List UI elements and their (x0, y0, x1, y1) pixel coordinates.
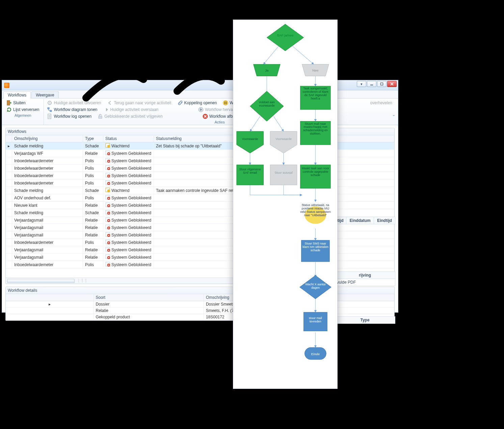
svg-rect-50 (108, 213, 109, 213)
col-soort[interactable]: Soort (94, 294, 204, 301)
ribbon-label: Lijst verversen (13, 107, 39, 112)
node-voorwaarde-right[interactable]: Voorwaarde (270, 131, 297, 153)
node-stuur-sms[interactable]: Stuur SMS naar klant ivm uitbetalen scha… (301, 240, 329, 262)
status-icon (105, 247, 110, 253)
cell-omschrijving: Verjaardagsmail (12, 231, 83, 239)
cell-status: !Wachtend (103, 142, 154, 150)
cell-status: Systeem Geblokkeerd (103, 165, 154, 172)
side-col-eindtijd: Eindtijd (374, 217, 395, 224)
tab-workflows[interactable]: Workflows (3, 91, 31, 98)
ribbon-button-terug-naar-vorige[interactable]: Terug gaan naar vorige activiteit (106, 100, 172, 106)
diagram-icon (47, 107, 52, 112)
node-stuur-autosaf[interactable]: Stuur autosaf (270, 165, 297, 185)
node-wacht-x[interactable]: Wacht X aantal dagen (300, 276, 331, 299)
scrollbar-thumb[interactable] (7, 279, 75, 283)
row-indicator (6, 224, 12, 231)
window-minimize-button[interactable] (367, 81, 376, 87)
cell-omschrijving: Inboedelwaardemeter (12, 179, 83, 187)
tab-weergave[interactable]: Weergave (31, 91, 58, 98)
cell-soort: Relatie (94, 308, 204, 314)
status-icon (105, 195, 110, 201)
refresh-icon (6, 107, 12, 112)
ribbon-label: Workflow log openen (54, 114, 91, 119)
gear-play-icon (47, 100, 52, 106)
document-icon (47, 114, 52, 119)
skip-icon (104, 107, 109, 112)
ribbon-button-huidige-activiteit-uitvoeren[interactable]: Huidige activiteit uitvoeren (46, 100, 102, 106)
node-ja[interactable]: Ja (254, 64, 280, 76)
ribbon-label: Geblokkeerde activiteit vrijgeven (104, 114, 163, 119)
svg-marker-82 (270, 131, 297, 153)
cell-type: Relatie (83, 254, 103, 261)
status-icon (105, 202, 110, 208)
svg-marker-72 (267, 24, 303, 51)
ribbon-label: Huidige activiteit uitvoeren (54, 101, 101, 105)
node-voldoet[interactable]: Voldoet aan voorwaarde (250, 91, 284, 121)
cell-status: Systeem Geblokkeerd (103, 202, 154, 209)
app-window: ▾ Workflows Weergave (2, 80, 398, 313)
window-close-button[interactable] (387, 81, 397, 87)
status-icon (105, 165, 110, 171)
svg-point-7 (223, 101, 228, 105)
node-einde[interactable]: Einde (305, 347, 326, 360)
svg-text:SAF ja/nee: SAF ja/nee (277, 33, 294, 37)
node-stuurt-mail[interactable]: Stuurt mail naar maatschappij met schade… (300, 121, 330, 145)
node-nee[interactable]: Nee (302, 64, 329, 76)
node-maakt-taak[interactable]: Maakt taak aan voor controle opgepakte s… (300, 165, 330, 189)
cell-status: Systeem Geblokkeerd (103, 239, 154, 246)
cell-omschrijving: Inboedelwaardemeter (12, 165, 83, 172)
col-type[interactable]: Type (83, 135, 103, 142)
node-stuur-mail-tevreden[interactable]: stuur mail tevreden (304, 312, 327, 331)
ribbon-group-algemeen: Sluiten Lijst verversen Algemeen (3, 99, 44, 125)
side-table-rijving: rijving vulde PDF (335, 271, 395, 286)
svg-rect-29 (108, 161, 109, 162)
ribbon-button-sluiten[interactable]: Sluiten (5, 100, 27, 106)
svg-point-6 (49, 103, 50, 104)
cell-status: Systeem Geblokkeerd (103, 254, 154, 261)
node-saf-janee[interactable]: SAF ja/nee (267, 24, 303, 51)
cell-type: Polis (83, 172, 103, 179)
side-col-einddatum: Einddatum (346, 217, 374, 224)
status-icon: ! (105, 143, 110, 149)
ribbon-button-overhevelen[interactable]: overhevelen (369, 100, 393, 106)
cell-omschrijving: Schade melding (12, 209, 83, 217)
node-algemene-saf[interactable]: Stuur Algemene SAF email (237, 165, 263, 185)
workflow-diagram-panel: SAF ja/nee Ja Nee Voldoet aan voorwaarde… (233, 20, 338, 389)
status-icon (105, 180, 110, 186)
row-indicator (6, 157, 12, 165)
ribbon-button-workflow-diagram-tonen[interactable]: Workflow diagram tonen (46, 107, 98, 113)
cell-type: Schade (83, 142, 103, 150)
ribbon-button-huidige-overslaan[interactable]: Huidige activiteit overslaan (103, 107, 160, 113)
ribbon-button-geblokkeerde-vrijgeven[interactable]: Geblokkeerde activiteit vrijgeven (97, 113, 164, 119)
row-indicator (6, 239, 12, 246)
node-voorwaarde-left[interactable]: Voorwaarde (237, 131, 263, 153)
svg-rect-62 (108, 242, 109, 243)
col-status[interactable]: Status (103, 135, 154, 142)
cell-status: Systeem Geblokkeerd (103, 179, 154, 187)
row-indicator (6, 179, 12, 187)
arrow-left-icon (107, 100, 112, 106)
row-indicator (6, 172, 12, 179)
cell-omschrijving: Inboedelwaardemeter (12, 261, 83, 268)
window-restore-button[interactable] (377, 81, 387, 87)
cell-omschrijving: Verjaardags WF (12, 150, 83, 157)
cell-status: Systeem Geblokkeerd (103, 194, 154, 202)
status-icon (105, 239, 110, 245)
cell-type: Relatie (83, 224, 103, 231)
ribbon-collapse-chevron-icon[interactable]: ⌄ (392, 113, 395, 117)
row-indicator (6, 261, 12, 268)
svg-rect-65 (108, 250, 109, 251)
node-taak-aangemaakt[interactable]: Taak aangemaakt; controleren of klant de… (300, 86, 330, 110)
cell-status: Systeem Geblokkeerd (103, 224, 154, 231)
ribbon-button-koppeling-openen[interactable]: Koppeling openen (177, 100, 218, 106)
titlebar: ▾ (2, 80, 398, 90)
col-omschrijving[interactable]: Omschrijving (12, 135, 83, 142)
ribbon-label: Terug gaan naar vorige activiteit (114, 101, 171, 105)
node-status-uitbetaald[interactable]: Status uitbetaald, na positieve reactie … (300, 203, 331, 229)
svg-text:Voorwaarde: Voorwaarde (275, 137, 292, 141)
ribbon-button-lijst-verversen[interactable]: Lijst verversen (5, 107, 40, 113)
window-dropdown-button[interactable]: ▾ (357, 81, 366, 87)
svg-text:Voorwaarde: Voorwaarde (242, 137, 258, 141)
ribbon-button-workflow-log-openen[interactable]: Workflow log openen (46, 113, 92, 119)
side-panels: tijd Einddatum Eindtijd rijving vulde PD… (335, 217, 395, 324)
